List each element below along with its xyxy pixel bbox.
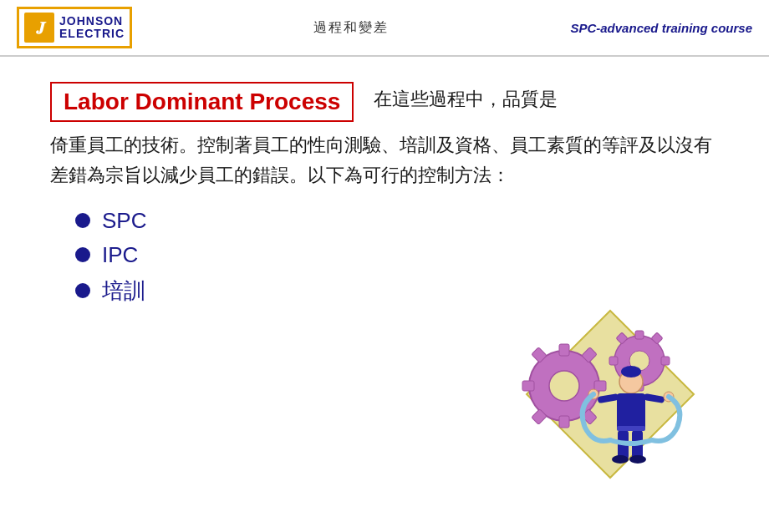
logo-text: JOHNSON ELECTRIC — [59, 15, 125, 41]
header-title: 過程和變差 — [313, 19, 389, 37]
bullet-label-spc: SPC — [102, 208, 146, 234]
title-box: Labor Dominant Process — [50, 82, 354, 122]
bullet-list: SPC IPC 培訓 — [50, 208, 719, 306]
svg-rect-5 — [594, 381, 606, 391]
svg-rect-16 — [609, 357, 618, 365]
logo-icon: 𝐉 — [24, 13, 54, 43]
svg-rect-15 — [661, 357, 670, 365]
svg-rect-13 — [635, 331, 644, 339]
svg-point-29 — [629, 455, 646, 464]
list-item: 培訓 — [50, 276, 719, 306]
bullet-dot — [75, 213, 90, 228]
illustration — [518, 307, 702, 482]
bullet-label-ipc: IPC — [102, 242, 138, 268]
svg-rect-3 — [559, 344, 569, 356]
bullet-dot — [75, 247, 90, 262]
svg-point-2 — [549, 371, 579, 401]
list-item: SPC — [50, 208, 719, 234]
svg-rect-21 — [617, 393, 645, 431]
logo-line1: JOHNSON — [59, 15, 125, 28]
header-subtitle: SPC-advanced training course — [570, 21, 752, 35]
logo-box: 𝐉 JOHNSON ELECTRIC — [17, 7, 132, 48]
intro-text-inline: 在這些過程中，品質是 — [374, 85, 558, 113]
bullet-label-training: 培訓 — [102, 276, 145, 306]
body-text: 倚重員工的技術。控制著員工的性向測驗、培訓及資格、員工素質的等評及以沒有差錯為宗… — [50, 130, 719, 191]
svg-rect-30 — [617, 426, 645, 431]
svg-rect-4 — [559, 416, 569, 428]
svg-rect-6 — [522, 381, 534, 391]
title-section: Labor Dominant Process 在這些過程中，品質是 — [50, 82, 719, 122]
logo-area: 𝐉 JOHNSON ELECTRIC — [17, 7, 132, 48]
list-item: IPC — [50, 242, 719, 268]
bullet-dot — [75, 283, 90, 298]
title-text: Labor Dominant Process — [64, 89, 340, 114]
svg-point-20 — [621, 366, 641, 377]
svg-point-28 — [612, 455, 629, 464]
logo-line2: ELECTRIC — [59, 28, 125, 40]
header: 𝐉 JOHNSON ELECTRIC 過程和變差 SPC-advanced tr… — [0, 0, 769, 57]
gear-illustration-svg — [518, 307, 702, 482]
main-content: Labor Dominant Process 在這些過程中，品質是 倚重員工的技… — [0, 57, 769, 322]
